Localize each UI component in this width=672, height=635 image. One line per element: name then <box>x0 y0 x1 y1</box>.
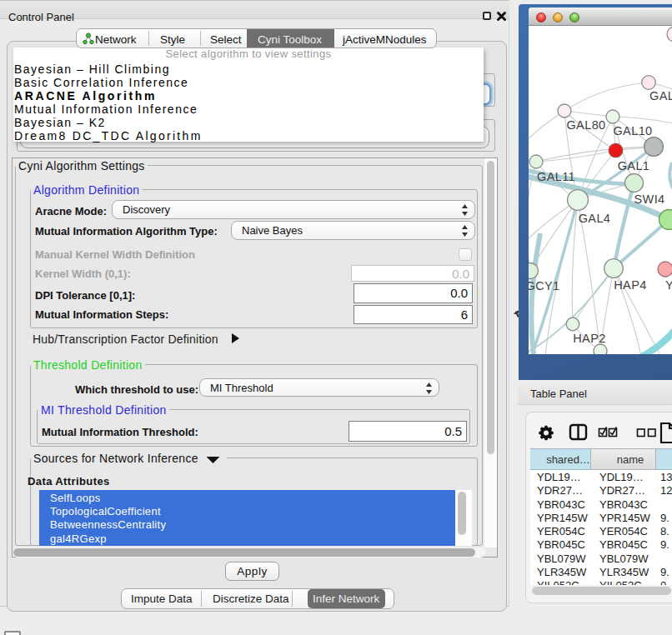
svg-text:GAL1: GAL1 <box>618 159 650 172</box>
svg-text:GAL2: GAL2 <box>649 89 672 102</box>
svg-text:YE: YE <box>665 278 672 292</box>
svg-text:HAP2: HAP2 <box>573 332 605 345</box>
svg-text:GAL4: GAL4 <box>579 212 611 225</box>
svg-text:GAL11: GAL11 <box>537 170 575 183</box>
svg-text:GAL10: GAL10 <box>613 124 652 138</box>
svg-text:GCY1: GCY1 <box>529 279 560 292</box>
svg-text:HAP4: HAP4 <box>614 278 646 292</box>
svg-text:GAL80: GAL80 <box>566 118 605 132</box>
svg-text:SWI4: SWI4 <box>634 192 664 206</box>
